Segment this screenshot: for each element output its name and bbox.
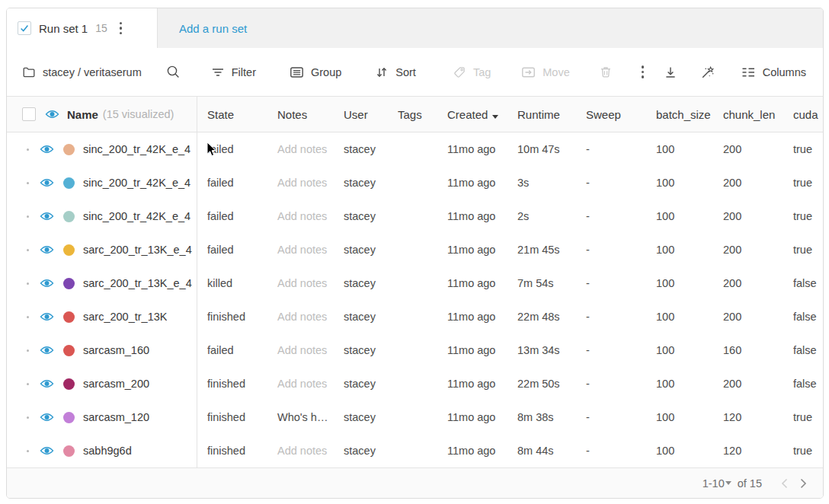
project-label: stacey / veritaserum xyxy=(43,66,142,78)
drag-handle-icon[interactable] xyxy=(27,282,29,285)
table-row[interactable]: sinc_200_tr_42K_e_4 failed Add notes sta… xyxy=(7,166,823,199)
run-set-menu-icon[interactable] xyxy=(115,19,126,37)
group-button[interactable]: Group xyxy=(290,65,341,79)
table-row[interactable]: sarcasm_120 finished Who's h… stacey 11m… xyxy=(7,400,823,434)
run-name-link[interactable]: sarcasm_200 xyxy=(83,378,149,390)
run-notes[interactable]: Add notes xyxy=(267,311,334,323)
drag-handle-icon[interactable] xyxy=(27,450,29,452)
toolbar-more-icon[interactable] xyxy=(637,62,648,81)
visibility-eye-icon[interactable] xyxy=(40,311,54,322)
run-user[interactable]: stacey xyxy=(334,177,388,189)
drag-handle-icon[interactable] xyxy=(27,349,29,352)
header-name-label[interactable]: Name xyxy=(67,108,98,121)
table-row[interactable]: sarc_200_tr_13K_e_4 killed Add notes sta… xyxy=(7,266,823,300)
visibility-eye-icon[interactable] xyxy=(40,278,54,289)
run-user[interactable]: stacey xyxy=(334,244,388,256)
drag-handle-icon[interactable] xyxy=(27,182,29,184)
visibility-eye-icon[interactable] xyxy=(40,244,54,255)
sort-desc-icon xyxy=(492,115,498,119)
export-button[interactable] xyxy=(664,65,677,79)
header-user[interactable]: User xyxy=(334,108,388,121)
visibility-eye-icon[interactable] xyxy=(40,445,54,456)
visibility-eye-icon[interactable] xyxy=(45,109,59,120)
run-notes[interactable]: Add notes xyxy=(267,244,334,256)
run-notes[interactable]: Add notes xyxy=(267,445,334,457)
run-chunk-len: 200 xyxy=(713,177,783,189)
run-runtime: 22m 48s xyxy=(507,311,576,323)
header-state[interactable]: State xyxy=(197,108,267,121)
run-name-link[interactable]: sinc_200_tr_42K_e_4 xyxy=(83,177,190,189)
tag-button[interactable]: Tag xyxy=(453,65,491,79)
header-notes[interactable]: Notes xyxy=(267,108,334,121)
run-user[interactable]: stacey xyxy=(334,277,388,289)
run-name-link[interactable]: sarcasm_120 xyxy=(83,411,149,423)
table-row[interactable]: sarc_200_tr_13K finished Add notes stace… xyxy=(7,300,823,333)
run-runtime: 8m 44s xyxy=(507,445,576,457)
page-range-dropdown[interactable]: 1-10 xyxy=(703,477,733,490)
visibility-eye-icon[interactable] xyxy=(40,211,54,222)
run-notes[interactable]: Add notes xyxy=(267,277,334,289)
run-state: finished xyxy=(197,411,267,423)
header-runtime[interactable]: Runtime xyxy=(507,108,576,121)
header-chunk-len[interactable]: chunk_len xyxy=(713,108,783,121)
table-row[interactable]: sarcasm_200 finished Add notes stacey 11… xyxy=(7,367,823,400)
magic-wand-button[interactable] xyxy=(700,65,715,80)
visibility-eye-icon[interactable] xyxy=(40,378,54,389)
table-row[interactable]: sarcasm_160 failed Add notes stacey 11mo… xyxy=(7,333,823,367)
delete-button[interactable] xyxy=(599,65,613,79)
visibility-eye-icon[interactable] xyxy=(40,144,54,155)
run-notes[interactable]: Add notes xyxy=(267,378,334,390)
run-name-link[interactable]: sarc_200_tr_13K_e_4 xyxy=(83,277,192,289)
run-name-link[interactable]: sinc_200_tr_42K_e_4 xyxy=(83,143,190,155)
run-name-cell: sinc_200_tr_42K_e_4 xyxy=(7,132,197,166)
run-user[interactable]: stacey xyxy=(334,143,388,155)
move-button[interactable]: Move xyxy=(521,65,569,79)
header-cuda[interactable]: cuda xyxy=(783,108,823,121)
run-notes[interactable]: Add notes xyxy=(267,177,334,189)
run-name-link[interactable]: sarc_200_tr_13K_e_4 xyxy=(83,244,192,256)
table-row[interactable]: sinc_200_tr_42K_e_4 failed Add notes sta… xyxy=(7,199,823,233)
select-all-checkbox[interactable] xyxy=(22,107,36,121)
run-name-link[interactable]: sarc_200_tr_13K xyxy=(83,311,167,323)
run-user[interactable]: stacey xyxy=(334,210,388,222)
header-created[interactable]: Created xyxy=(437,108,507,121)
drag-handle-icon[interactable] xyxy=(27,249,29,251)
run-name-link[interactable]: sarcasm_160 xyxy=(83,344,149,356)
header-tags[interactable]: Tags xyxy=(388,108,437,121)
drag-handle-icon[interactable] xyxy=(27,316,29,318)
project-breadcrumb[interactable]: stacey / veritaserum xyxy=(22,65,142,79)
visibility-eye-icon[interactable] xyxy=(40,177,54,188)
visibility-eye-icon[interactable] xyxy=(40,345,54,356)
table-row[interactable]: sinc_200_tr_42K_e_4 failed Add notes sta… xyxy=(7,132,823,166)
run-notes[interactable]: Who's h… xyxy=(267,411,334,423)
prev-page-icon[interactable] xyxy=(780,477,789,490)
header-batch-size[interactable]: batch_size xyxy=(646,108,713,121)
drag-handle-icon[interactable] xyxy=(27,416,29,419)
run-set-checkbox[interactable] xyxy=(18,21,31,35)
next-page-icon[interactable] xyxy=(799,477,808,490)
run-user[interactable]: stacey xyxy=(334,411,388,423)
tab-run-set-1[interactable]: Run set 1 15 xyxy=(7,8,158,48)
columns-button[interactable]: Columns xyxy=(741,66,806,78)
sort-button[interactable]: Sort xyxy=(375,65,416,79)
add-run-set-link[interactable]: Add a run set xyxy=(179,8,247,48)
search-button[interactable] xyxy=(166,65,181,79)
visibility-eye-icon[interactable] xyxy=(40,412,54,423)
drag-handle-icon[interactable] xyxy=(27,148,29,151)
table-row[interactable]: sarc_200_tr_13K_e_4 failed Add notes sta… xyxy=(7,233,823,266)
table-row[interactable]: sabh9g6d finished Add notes stacey 11mo … xyxy=(7,434,823,467)
drag-handle-icon[interactable] xyxy=(27,215,29,218)
filter-button[interactable]: Filter xyxy=(211,65,256,79)
run-notes[interactable]: Add notes xyxy=(267,344,334,356)
run-notes[interactable]: Add notes xyxy=(267,143,334,155)
run-user[interactable]: stacey xyxy=(334,311,388,323)
header-sweep[interactable]: Sweep xyxy=(576,108,646,121)
run-batch-size: 100 xyxy=(646,244,713,256)
run-name-link[interactable]: sinc_200_tr_42K_e_4 xyxy=(83,210,190,222)
run-name-link[interactable]: sabh9g6d xyxy=(83,445,132,457)
run-notes[interactable]: Add notes xyxy=(267,210,334,222)
run-user[interactable]: stacey xyxy=(334,445,388,457)
drag-handle-icon[interactable] xyxy=(27,383,29,385)
run-user[interactable]: stacey xyxy=(334,378,388,390)
run-user[interactable]: stacey xyxy=(334,344,388,356)
